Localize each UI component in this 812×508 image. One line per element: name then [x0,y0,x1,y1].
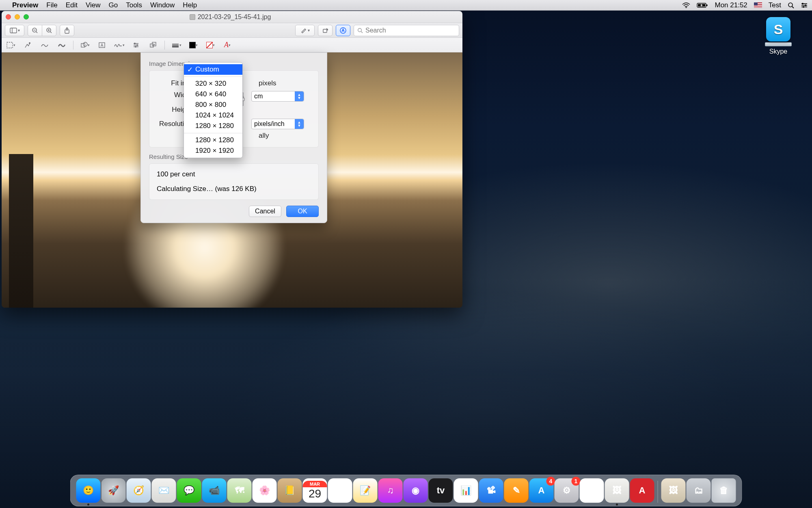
line-style-icon[interactable]: ▾ [171,39,182,51]
resulting-percent: 100 per cent [157,170,313,178]
dock-app-recent[interactable]: 🗂 [687,478,711,503]
svg-line-16 [36,32,37,33]
dock-app-calendar[interactable]: MAR29 [303,478,327,503]
dock-app-numbers[interactable]: 📊 [454,478,478,503]
highlight-button[interactable]: ▾ [295,25,315,36]
dock-app-contacts[interactable]: 📒 [278,478,302,503]
markup-toolbar: ▾ ▾ A ▾ ▾ ▾ ▾ A▾ [2,38,462,52]
dropdown-option[interactable]: 1024 × 1024 [184,110,242,121]
dock-app-reminders[interactable]: ☑︎ [328,478,352,503]
dropdown-option[interactable]: Custom [184,64,242,75]
dock-app-music[interactable]: ♫ [378,478,403,503]
dock-app-downloads[interactable]: 🖼 [661,478,686,503]
dock-app-chrome[interactable]: ◉ [580,478,604,503]
dropdown-option[interactable]: 800 × 800 [184,100,242,110]
app-menu[interactable]: Preview [12,1,38,9]
skype-icon [766,17,790,41]
dock-app-appstore[interactable]: A4 [529,478,554,503]
dock-app-launchpad[interactable]: 🚀 [102,478,126,503]
menu-clock[interactable]: Mon 21:52 [715,1,747,9]
fit-into-unit: pixels [259,79,276,87]
border-color-icon[interactable]: ▾ [188,39,199,51]
menu-go[interactable]: Go [109,1,118,9]
disk-icon [765,42,792,46]
svg-line-5 [792,7,794,8]
dock-app-maps[interactable]: 🗺 [227,478,252,503]
svg-point-30 [83,42,87,46]
dropdown-option[interactable]: 1920 × 1920 [184,145,242,156]
sign-icon[interactable]: ▾ [113,39,125,51]
close-button[interactable] [6,14,11,20]
fill-color-icon[interactable]: ▾ [205,39,216,51]
dock-app-sysprefs[interactable]: ⚙︎1 [555,478,579,503]
dock-app-facetime[interactable]: 📹 [202,478,227,503]
adjust-color-icon[interactable] [130,39,142,51]
selection-tool-icon[interactable]: ▾ [5,39,16,51]
unit-select[interactable]: cm ▲▼ [251,91,304,102]
search-field[interactable] [354,25,459,36]
shapes-icon[interactable]: ▾ [79,39,91,51]
spotlight-icon[interactable] [788,2,794,9]
zoom-out-button[interactable] [28,25,42,36]
dropdown-option[interactable]: 640 × 640 [184,89,242,100]
dropdown-option[interactable]: 320 × 320 [184,78,242,89]
dock-app-keynote[interactable]: 📽 [479,478,503,503]
cancel-button[interactable]: Cancel [249,206,281,217]
svg-line-26 [361,31,363,33]
menu-user[interactable]: Test [769,1,781,9]
dropdown-option[interactable]: 1280 × 1280 [184,135,242,145]
dock-app-notes[interactable]: 📝 [353,478,378,503]
instant-alpha-icon[interactable] [22,39,33,51]
dock-app-photos[interactable]: 🌸 [253,478,277,503]
dock-app-safari[interactable]: 🧭 [127,478,151,503]
dock-app-messages[interactable]: 💬 [177,478,201,503]
preview-window: 2021-03-29_15-45-41.jpg ▾ ▾ ▾ [2,11,462,308]
document-icon [190,14,195,20]
dock-app-mail[interactable]: ✉️ [152,478,176,503]
sidebar-button[interactable]: ▾ [5,25,24,36]
dock-app-finder[interactable]: 🙂 [76,478,101,503]
dock-app-podcasts[interactable]: ◉ [404,478,428,503]
svg-point-36 [134,43,136,44]
sketch-icon[interactable] [39,39,50,51]
svg-point-37 [136,44,138,46]
draw-icon[interactable] [56,39,67,51]
dock-app-pages[interactable]: ✎ [504,478,529,503]
minimize-button[interactable] [15,14,20,20]
dock-app-preview[interactable]: 🖼 [605,478,629,503]
menu-file[interactable]: File [46,1,57,9]
window-titlebar[interactable]: 2021-03-29_15-45-41.jpg [2,11,462,23]
menu-help[interactable]: Help [183,1,197,9]
text-icon[interactable]: A [96,39,108,51]
search-input[interactable] [365,27,456,34]
dock-app-acrobat[interactable]: A [630,478,654,503]
desktop-icon-skype[interactable]: Skype [761,17,796,55]
zoom-in-button[interactable] [42,25,56,36]
ok-button[interactable]: OK [286,206,319,217]
markup-button[interactable] [336,25,350,36]
dropdown-option[interactable]: 1280 × 1280 [184,121,242,131]
menu-window[interactable]: Window [150,1,175,9]
adjust-size-icon[interactable] [147,39,159,51]
resolution-unit-value: pixels/inch [254,120,285,128]
scale-proportionally-partial: ally [259,132,269,140]
flag-icon[interactable] [754,2,762,8]
resulting-size: Calculating Size… (was 126 KB) [157,185,313,193]
fit-into-dropdown[interactable]: Custom 320 × 320 640 × 640 800 × 800 102… [184,62,243,158]
battery-icon[interactable] [697,2,708,8]
menu-edit[interactable]: Edit [66,1,78,9]
menu-bar: Preview File Edit View Go Tools Window H… [0,0,812,11]
resolution-unit-select[interactable]: pixels/inch ▲▼ [251,119,304,129]
dock-app-tv[interactable]: tv [429,478,453,503]
dock-app-trash[interactable]: 🗑 [712,478,736,503]
window-toolbar: ▾ ▾ [2,23,462,38]
rotate-button[interactable] [318,25,333,36]
control-center-icon[interactable] [801,2,808,8]
share-button[interactable] [60,25,74,36]
zoom-button[interactable] [24,14,29,20]
menu-view[interactable]: View [86,1,101,9]
text-style-icon[interactable]: A▾ [222,39,233,51]
wifi-icon[interactable] [682,2,690,8]
svg-rect-39 [150,44,153,47]
menu-tools[interactable]: Tools [126,1,142,9]
